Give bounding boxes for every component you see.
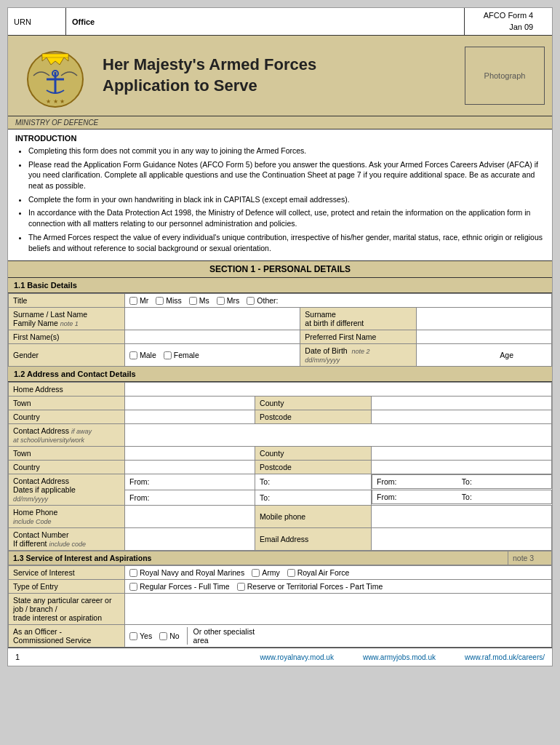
yes-checkbox[interactable] xyxy=(129,632,137,640)
army-checkbox[interactable] xyxy=(252,569,260,577)
town-input-1 xyxy=(125,397,255,410)
footer-links: www.royalnavy.mod.uk www.armyjobs.mod.uk… xyxy=(260,653,545,661)
age-label: Age xyxy=(500,351,513,359)
firstname-input xyxy=(125,330,300,344)
intro-list: Completing this form does not commit you… xyxy=(15,146,545,253)
footer: 1 www.royalnavy.mod.uk www.armyjobs.mod.… xyxy=(8,648,552,666)
footer-link-raf[interactable]: www.raf.mod.uk/careers/ xyxy=(465,653,545,661)
surname-row: Surname / Last NameFamily Name note 1 Su… xyxy=(9,308,552,330)
contact-number-row: Contact NumberIf different include code … xyxy=(9,528,552,551)
royal-navy-checkbox[interactable] xyxy=(129,569,137,577)
regular-label: Regular Forces - Full Time xyxy=(140,582,230,591)
military-crest-icon: ★ ★ ★ xyxy=(23,43,88,108)
form-title: Her Majesty's Armed Forces Application t… xyxy=(95,55,465,96)
county-input-2 xyxy=(372,447,552,461)
checkbox-ms: Ms xyxy=(189,296,209,305)
section1-header: SECTION 1 - PERSONAL DETAILS xyxy=(8,261,552,278)
postcode-input-2 xyxy=(372,461,552,474)
postcode-input-1 xyxy=(372,410,552,424)
contact-to-2: To: xyxy=(255,490,372,506)
ms-checkbox[interactable] xyxy=(189,297,197,305)
service-header-row: 1.3 Service of Interest and Aspirations … xyxy=(9,551,552,565)
checkbox-yes: Yes xyxy=(129,632,152,640)
postcode-label-1: Postcode xyxy=(255,410,372,424)
afco-date: Jan 09 xyxy=(484,22,533,33)
svg-rect-1 xyxy=(42,54,68,57)
royal-navy-label: Royal Navy and Royal Marines xyxy=(140,568,244,577)
town-label-1: Town xyxy=(9,397,125,410)
checkbox-no: No xyxy=(159,632,179,640)
specialist-label: Or other specialistarea xyxy=(187,627,255,645)
mrs-checkbox[interactable] xyxy=(217,297,225,305)
career-label: State any particular career or job / bra… xyxy=(9,594,125,625)
country-label-2: Country xyxy=(9,461,125,474)
type-entry-row: Type of Entry Regular Forces - Full Time… xyxy=(9,580,552,594)
office-field: Office xyxy=(66,8,465,35)
type-entry-checkboxes: Regular Forces - Full Time Reserve or Te… xyxy=(125,580,552,594)
county-input-1 xyxy=(372,397,552,410)
country-label-1: Country xyxy=(9,410,125,424)
male-checkbox[interactable] xyxy=(129,351,137,359)
raf-checkbox[interactable] xyxy=(287,569,295,577)
officer-cell: Yes No Or other specialistarea xyxy=(125,625,552,648)
contact-dates-row1: Contact AddressDates if applicabledd/mm/… xyxy=(9,474,552,490)
page-number: 1 xyxy=(15,653,20,661)
checkbox-female: Female xyxy=(164,351,199,359)
regular-checkbox[interactable] xyxy=(129,583,137,591)
surname-input-cell xyxy=(125,308,300,330)
checkbox-army: Army xyxy=(252,568,280,577)
contact-to-1: To: xyxy=(255,474,372,490)
country-input-2 xyxy=(125,461,255,474)
female-checkbox[interactable] xyxy=(164,351,172,359)
no-checkbox[interactable] xyxy=(159,632,167,640)
application-form: URN Office AFCO Form 4 Jan 09 xyxy=(7,7,553,666)
title-row: Title Mr Miss Ms Mrs xyxy=(9,294,552,308)
email-label: Email Address xyxy=(255,528,372,551)
to-label-r1: To: xyxy=(462,477,547,486)
other-checkbox[interactable] xyxy=(247,297,255,305)
miss-checkbox[interactable] xyxy=(156,297,164,305)
contact-from-to-right-2: From: To: xyxy=(372,490,551,504)
county-label-2: County xyxy=(255,447,372,461)
home-address-row: Home Address xyxy=(9,383,552,397)
footer-link-army[interactable]: www.armyjobs.mod.uk xyxy=(363,653,436,661)
address-table: Home Address Town County Country Postcod… xyxy=(8,382,552,551)
country-postcode-row: Country Postcode xyxy=(9,410,552,424)
title-checkboxes: Mr Miss Ms Mrs Other: xyxy=(125,294,552,308)
contact-from-1: From: xyxy=(125,474,255,490)
contact-address-row: Contact Address if away at school/univer… xyxy=(9,424,552,447)
contact-dates-label: Contact AddressDates if applicabledd/mm/… xyxy=(9,474,125,506)
urn-label: URN xyxy=(14,17,31,26)
reserve-checkbox[interactable] xyxy=(237,583,245,591)
country-input-1 xyxy=(125,410,255,424)
contact-country-postcode-row: Country Postcode xyxy=(9,461,552,474)
top-header: URN Office AFCO Form 4 Jan 09 xyxy=(8,8,552,36)
career-input xyxy=(125,594,552,625)
service-header-table: 1.3 Service of Interest and Aspirations … xyxy=(8,551,552,565)
contact-number-input xyxy=(125,528,255,551)
raf-label: Royal Air Force xyxy=(297,568,350,577)
intro-item-5: The Armed Forces respect the value of ev… xyxy=(28,232,545,253)
officer-label: As an Officer -Commissioned Service xyxy=(9,625,125,648)
footer-link-navy[interactable]: www.royalnavy.mod.uk xyxy=(260,653,334,661)
preferred-firstname-input xyxy=(417,330,552,344)
checkbox-raf: Royal Air Force xyxy=(287,568,350,577)
service-interest-label: Service of Interest xyxy=(9,566,125,580)
intro-title: INTRODUCTION xyxy=(15,134,545,143)
intro-item-4: In accordance with the Data Protection A… xyxy=(28,207,545,228)
title-line2: Application to Serve xyxy=(103,76,257,95)
mobile-label: Mobile phone xyxy=(255,506,372,528)
title-line1: Her Majesty's Armed Forces xyxy=(103,55,316,73)
checkbox-royal-navy: Royal Navy and Royal Marines xyxy=(129,568,244,577)
checkbox-other: Other: xyxy=(247,296,278,305)
photograph-box: Photograph xyxy=(465,47,545,105)
home-phone-label: Home Phoneinclude Code xyxy=(9,506,125,528)
mr-checkbox[interactable] xyxy=(129,297,137,305)
contact-town-county-row: Town County xyxy=(9,447,552,461)
checkbox-regular: Regular Forces - Full Time xyxy=(129,582,230,591)
contact-from-to-right-1: From: To: xyxy=(372,474,551,489)
army-label: Army xyxy=(262,568,280,577)
ministry-label: MINISTRY OF DEFENCE xyxy=(15,119,98,127)
checkbox-reserve: Reserve or Territorial Forces - Part Tim… xyxy=(237,582,383,591)
home-phone-input xyxy=(125,506,255,528)
